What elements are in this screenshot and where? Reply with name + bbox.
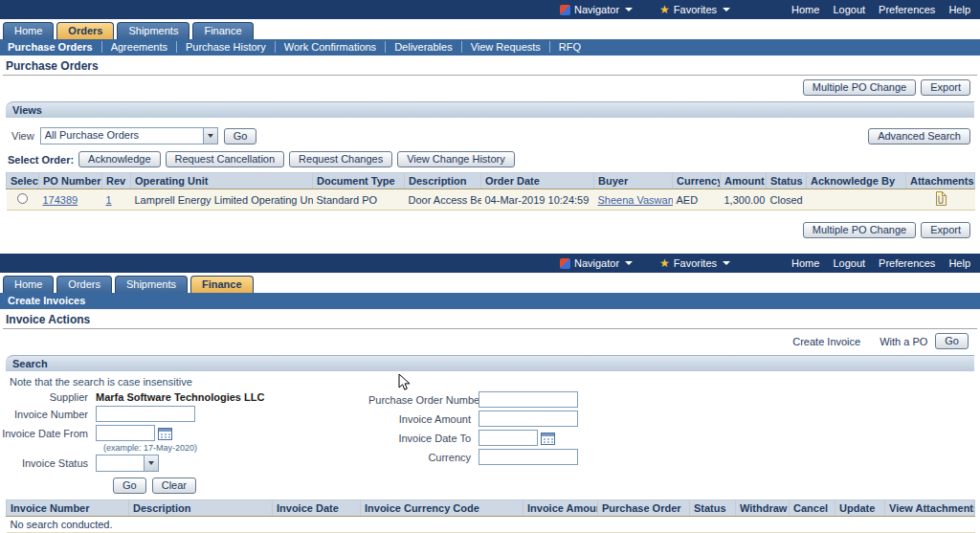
favorites-menu[interactable]: ★ Favorites [659,257,730,269]
buyer-link[interactable]: Sheena Vaswani [598,194,673,206]
description-cell: Door Access Bell [405,189,481,211]
request-cancellation-button[interactable]: Request Cancellation [166,151,285,167]
chevron-down-icon [723,8,730,11]
currency-cell: AED [673,189,721,211]
table-header-row: Select PO Number Rev Operating Unit Docu… [7,173,975,189]
currency-input[interactable] [479,449,578,465]
navigator-icon [560,5,570,15]
calendar-icon[interactable] [541,432,555,445]
invoice-actions-title: Invoice Actions [0,309,980,328]
acknowledge-button[interactable]: Acknowledge [78,151,160,167]
navigator-menu[interactable]: Navigator [560,4,633,15]
create-invoice-go-button[interactable]: Go [935,333,969,349]
subnav-deliverables[interactable]: Deliverables [385,41,453,53]
favorites-label: Favorites [674,257,717,269]
tab-home[interactable]: Home [3,22,54,39]
subnav-purchase-orders[interactable]: Purchase Orders [8,41,93,53]
invoice-results-table: Invoice Number Description Invoice Date … [6,500,975,533]
attachment-icon[interactable] [934,196,947,208]
main-tabs: Home Orders Shipments Finance [0,273,980,293]
invoice-date-from-label: Invoice Date From [0,428,96,439]
select-order-label: Select Order: [8,154,74,166]
tab-orders[interactable]: Orders [56,22,114,39]
invoice-status-label: Invoice Status [0,457,96,469]
col-po-number: PO Number [39,173,102,189]
page-title: Purchase Orders [0,56,980,75]
tab-shipments[interactable]: Shipments [117,22,189,39]
col-withdraw: Withdraw [736,500,790,517]
invoice-date-from-input[interactable] [96,425,155,441]
currency-label: Currency [368,452,479,463]
multiple-po-change-button[interactable]: Multiple PO Change [803,79,916,96]
dropdown-arrow-icon [144,455,158,471]
invoice-status-select[interactable] [96,455,159,472]
logout-link[interactable]: Logout [833,257,865,269]
col-document-type: Document Type [313,173,405,189]
amount-cell: 1,300.00 [721,189,767,211]
acknowledge-by-cell [807,189,906,211]
invoice-date-to-label: Invoice Date To [368,433,479,444]
calendar-icon[interactable] [158,427,172,440]
purchase-order-number-input[interactable] [479,391,578,408]
navigator-label: Navigator [574,4,619,15]
home-link[interactable]: Home [791,4,819,15]
tab-shipments[interactable]: Shipments [115,276,188,293]
search-go-button[interactable]: Go [113,477,146,494]
subnav-work-confirmations[interactable]: Work Confirmations [275,41,376,53]
dropdown-arrow-icon [203,128,217,144]
favorites-star-icon: ★ [659,257,670,269]
navigator-menu[interactable]: Navigator [560,257,633,269]
col-status: Status [690,500,736,517]
help-link[interactable]: Help [948,257,970,269]
search-clear-button[interactable]: Clear [152,477,196,494]
home-link[interactable]: Home [791,257,819,269]
subnav-purchase-history[interactable]: Purchase History [176,41,266,53]
with-a-po-label: With a PO [880,336,927,347]
logout-link[interactable]: Logout [833,4,865,15]
rev-link[interactable]: 1 [106,194,112,206]
invoice-number-input[interactable] [96,406,195,422]
navigator-icon [560,258,570,269]
global-header: Navigator ★ Favorites Home Logout Prefer… [0,0,980,19]
tab-home[interactable]: Home [3,276,54,293]
select-radio[interactable] [17,193,28,204]
invoice-amount-input[interactable] [479,411,578,427]
help-link[interactable]: Help [948,4,970,15]
export-button-bottom[interactable]: Export [921,222,970,238]
global-header: Navigator ★ Favorites Home Logout Prefer… [0,254,980,273]
views-section-header: Views [6,101,974,118]
col-attachments: Attachments [906,173,975,189]
tab-finance[interactable]: Finance [192,22,253,39]
subnav-rfq[interactable]: RFQ [549,41,581,53]
export-button[interactable]: Export [921,79,970,96]
invoice-amount-label: Invoice Amount [368,413,479,425]
date-format-hint: (example: 17-May-2020) [103,443,368,453]
subnav-view-requests[interactable]: View Requests [461,41,541,53]
col-cancel: Cancel [790,500,835,517]
preferences-link[interactable]: Preferences [879,257,935,269]
request-changes-button[interactable]: Request Changes [289,151,392,167]
col-update: Update [835,500,885,517]
search-buttons: Go Clear [0,475,980,500]
po-actions-bottom: Multiple PO Change Export [0,218,980,241]
tab-orders[interactable]: Orders [56,276,112,293]
col-description: Description [405,173,481,189]
purchase-orders-panel: Navigator ★ Favorites Home Logout Prefer… [0,0,980,241]
view-change-history-button[interactable]: View Change History [397,151,515,167]
views-go-button[interactable]: Go [224,128,257,144]
col-invoice-date: Invoice Date [273,500,361,517]
table-row: 174389 1 Lamprell Energy Limited Operati… [7,189,975,211]
po-actions-top: Multiple PO Change Export [0,76,980,99]
favorites-menu[interactable]: ★ Favorites [659,4,730,15]
col-operating-unit: Operating Unit [131,173,313,189]
invoice-date-to-input[interactable] [479,430,538,446]
po-number-link[interactable]: 174389 [43,194,78,206]
tab-finance[interactable]: Finance [190,276,254,293]
advanced-search-button[interactable]: Advanced Search [868,128,970,144]
chevron-down-icon [723,261,730,265]
multiple-po-change-button-bottom[interactable]: Multiple PO Change [803,222,916,238]
preferences-link[interactable]: Preferences [879,4,935,15]
view-select[interactable]: All Purchase Orders [40,127,218,144]
subnav-agreements[interactable]: Agreements [101,41,167,53]
favorites-label: Favorites [674,4,717,15]
